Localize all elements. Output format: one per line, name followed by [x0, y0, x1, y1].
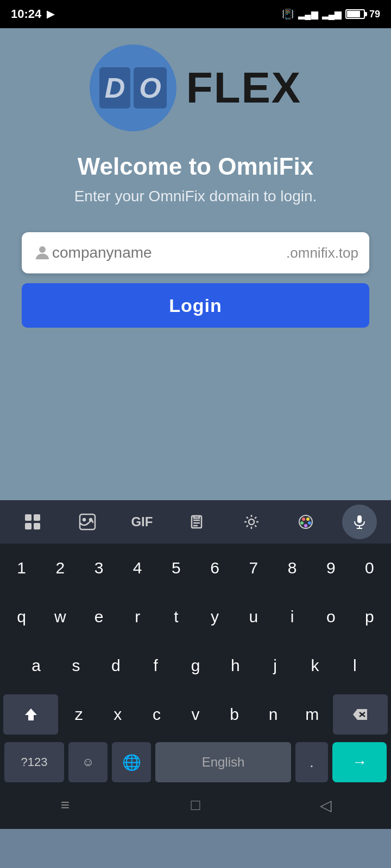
key-t[interactable]: t — [158, 597, 194, 637]
domain-input-container: .omnifix.top — [22, 232, 369, 273]
svg-point-0 — [39, 246, 46, 253]
logo-flex-text: FLEX — [186, 63, 301, 113]
key-4[interactable]: 4 — [119, 548, 156, 588]
key-9[interactable]: 9 — [313, 548, 349, 588]
key-7[interactable]: 7 — [235, 548, 272, 588]
key-i[interactable]: i — [274, 597, 310, 637]
key-backspace[interactable] — [333, 694, 388, 735]
key-u[interactable]: u — [235, 597, 272, 637]
nav-home-btn[interactable]: □ — [179, 794, 212, 816]
login-button[interactable]: Login — [22, 283, 369, 328]
key-1[interactable]: 1 — [3, 548, 40, 588]
keyboard-toolbar: GIF — [0, 500, 391, 544]
zxcv-row: z x c v b n m — [0, 690, 391, 739]
key-q[interactable]: q — [3, 597, 40, 637]
svg-point-6 — [83, 519, 85, 521]
key-b[interactable]: b — [216, 694, 253, 735]
key-5[interactable]: 5 — [158, 548, 194, 588]
svg-rect-3 — [25, 523, 31, 529]
key-r[interactable]: r — [119, 597, 156, 637]
key-m[interactable]: m — [294, 694, 331, 735]
key-e[interactable]: e — [80, 597, 117, 637]
svg-point-17 — [308, 521, 311, 525]
signal2-icon: ▂▄▆ — [322, 9, 341, 20]
qwerty-row: q w e r t y u i o p — [0, 592, 391, 641]
status-right: 📳 ▂▄▆ ▂▄▆ 79 — [282, 8, 380, 20]
logo-circle: D O — [90, 44, 176, 131]
key-period[interactable]: . — [295, 742, 328, 782]
company-name-input[interactable] — [52, 244, 286, 261]
key-emoji[interactable]: ☺ — [68, 742, 108, 782]
key-l[interactable]: l — [336, 646, 374, 686]
keyboard-mic-btn[interactable] — [342, 505, 377, 539]
status-bar: 10:24 ▶ 📳 ▂▄▆ ▂▄▆ 79 — [0, 0, 391, 28]
app-area: D O FLEX Welcome to OmniFix Enter your O… — [0, 28, 391, 500]
key-enter[interactable]: → — [332, 742, 387, 782]
youtube-icon: ▶ — [47, 8, 54, 20]
keyboard-settings-btn[interactable] — [233, 507, 270, 537]
signal-icon: ▂▄▆ — [298, 9, 317, 20]
svg-rect-2 — [34, 514, 40, 521]
key-3[interactable]: 3 — [80, 548, 117, 588]
do-logo-inner: D O — [99, 67, 167, 108]
welcome-title: Welcome to OmniFix — [78, 153, 313, 180]
logo-container: D O FLEX — [90, 44, 301, 131]
svg-point-16 — [300, 521, 304, 525]
key-j[interactable]: j — [256, 646, 294, 686]
nav-menu-btn[interactable]: ≡ — [49, 794, 81, 816]
do-letter-o: O — [134, 67, 166, 108]
battery-percent: 79 — [369, 9, 380, 20]
keyboard-gif-btn[interactable]: GIF — [123, 507, 160, 537]
key-k[interactable]: k — [296, 646, 333, 686]
domain-suffix: .omnifix.top — [286, 245, 358, 261]
svg-rect-1 — [25, 514, 31, 521]
key-x[interactable]: x — [99, 694, 136, 735]
svg-point-7 — [90, 519, 92, 521]
key-z[interactable]: z — [60, 694, 97, 735]
svg-rect-19 — [357, 515, 362, 523]
keyboard-clipboard-btn[interactable] — [178, 507, 215, 537]
keyboard-theme-btn[interactable] — [287, 507, 324, 537]
key-c[interactable]: c — [138, 694, 175, 735]
key-a[interactable]: a — [17, 646, 55, 686]
key-w[interactable]: w — [42, 597, 78, 637]
number-row: 1 2 3 4 5 6 7 8 9 0 — [0, 544, 391, 592]
nav-back-btn[interactable]: ◁ — [310, 794, 342, 816]
svg-point-18 — [304, 524, 307, 527]
time-display: 10:24 — [11, 7, 41, 21]
svg-rect-4 — [34, 523, 40, 529]
battery-icon — [345, 9, 365, 19]
key-h[interactable]: h — [217, 646, 254, 686]
key-o[interactable]: o — [313, 597, 349, 637]
do-letter-d: D — [99, 67, 131, 108]
key-p[interactable]: p — [351, 597, 388, 637]
key-d[interactable]: d — [97, 646, 135, 686]
key-spacebar[interactable]: English — [155, 742, 291, 782]
key-0[interactable]: 0 — [351, 548, 388, 588]
status-left: 10:24 ▶ — [11, 7, 54, 21]
key-y[interactable]: y — [197, 597, 233, 637]
key-v[interactable]: v — [177, 694, 214, 735]
svg-point-14 — [302, 518, 305, 521]
welcome-subtitle: Enter your OmniFix domain to login. — [74, 188, 317, 205]
nav-bar: ≡ □ ◁ — [0, 786, 391, 829]
svg-point-12 — [249, 519, 254, 525]
key-g[interactable]: g — [176, 646, 214, 686]
key-n[interactable]: n — [255, 694, 292, 735]
keyboard-sticker-btn[interactable] — [69, 507, 106, 537]
key-numbers-toggle[interactable]: ?123 — [4, 742, 64, 782]
keyboard-apps-btn[interactable] — [14, 507, 51, 537]
svg-point-15 — [306, 518, 310, 521]
spacebar-row: ?123 ☺ 🌐 English . → — [0, 739, 391, 786]
vibrate-icon: 📳 — [282, 8, 294, 20]
key-8[interactable]: 8 — [274, 548, 310, 588]
keyboard-area: GIF — [0, 500, 391, 786]
key-shift[interactable] — [3, 694, 58, 735]
key-2[interactable]: 2 — [42, 548, 78, 588]
key-globe[interactable]: 🌐 — [112, 742, 151, 782]
key-f[interactable]: f — [137, 646, 174, 686]
key-s[interactable]: s — [57, 646, 94, 686]
asdf-row: a s d f g h j k l — [0, 641, 391, 690]
user-icon — [33, 243, 52, 263]
key-6[interactable]: 6 — [197, 548, 233, 588]
